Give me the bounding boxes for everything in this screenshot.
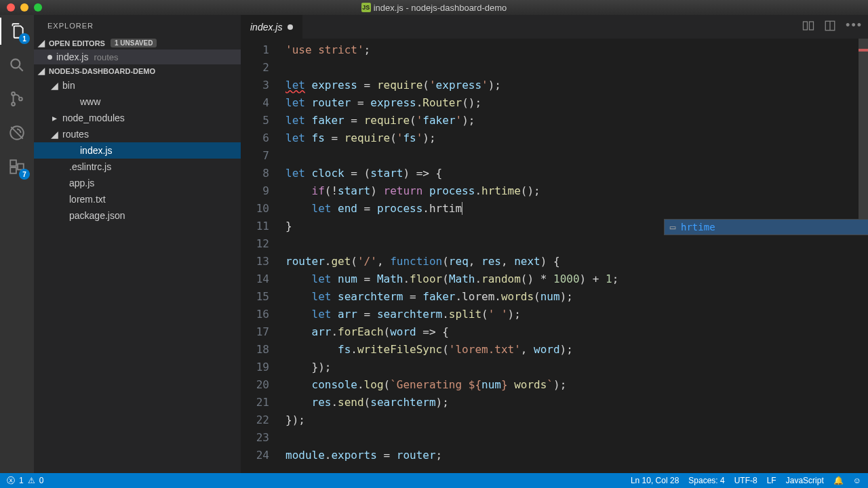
unsaved-badge: 1 UNSAVED [111,39,157,47]
code-editor[interactable]: 123456789101112131415161718192021222324 … [241,39,868,473]
warnings-count[interactable]: 0 [39,476,44,485]
notifications-icon[interactable]: 🔔 [833,476,844,485]
activity-bar: 1 7 [0,15,34,473]
open-editor-item[interactable]: index.js routes [34,49,241,64]
file-tree-item[interactable]: lorem.txt [34,191,241,207]
chevron-down-icon: ◢ [37,38,46,48]
window-title: JS index.js - nodejs-dashboard-demo [0,3,868,13]
open-editors-header[interactable]: ◢ OPEN EDITORS 1 UNSAVED [34,37,241,49]
file-tree-label: .eslintrc.js [69,161,111,172]
status-bar: ⓧ1 ⚠0 Ln 10, Col 28 Spaces: 4 UTF-8 LF J… [0,473,868,488]
suggest-kind-icon: ▭ [665,218,681,236]
feedback-icon[interactable]: ☺ [853,476,861,485]
file-tree-label: package.json [69,210,125,221]
svg-rect-6 [10,167,16,174]
chevron-icon: ▸ [50,113,58,123]
chevron-icon: ◢ [50,80,58,91]
svg-point-1 [12,92,15,96]
suggest-item-label: hrtime [681,218,715,236]
file-tree-item[interactable]: ▸node_modules [34,110,241,126]
debug-icon[interactable] [6,122,28,144]
modified-dot-icon [47,55,52,60]
file-tree-item[interactable]: .eslintrc.js [34,159,241,175]
file-tree-item[interactable]: index.js [34,142,241,159]
editor-tabs: index.js [241,15,868,39]
file-tree-item[interactable]: ◢routes [34,126,241,142]
warnings-icon[interactable]: ⚠ [28,476,35,485]
status-encoding[interactable]: UTF-8 [734,476,757,485]
file-tree-label: node_modules [62,113,125,123]
file-tree-label: app.js [69,178,94,188]
extensions-badge: 7 [19,169,30,180]
svg-point-2 [12,102,15,106]
code-content[interactable]: 'use strict';let express = require('expr… [285,39,868,473]
file-tree-item[interactable]: package.json [34,207,241,224]
file-tree-item[interactable]: app.js [34,175,241,191]
status-spaces[interactable]: Spaces: 4 [688,476,724,485]
more-icon[interactable]: ••• [846,18,863,33]
window-titlebar: JS index.js - nodejs-dashboard-demo [0,0,868,15]
status-lncol[interactable]: Ln 10, Col 28 [631,476,679,485]
source-control-icon[interactable] [6,88,28,110]
svg-rect-5 [10,160,16,166]
file-tree-label: bin [62,80,75,91]
sidebar-title: EXPLORER [34,15,241,37]
explorer-badge: 1 [19,33,30,44]
scrollbar-thumb[interactable] [859,39,868,228]
explorer-icon[interactable]: 1 [6,20,28,42]
file-tree-item[interactable]: www [34,94,241,110]
suggest-widget[interactable]: ▭ hrtime [664,219,868,235]
editor-actions: ••• [802,18,863,33]
chevron-down-icon: ◢ [37,66,46,76]
file-tree-label: lorem.txt [69,194,106,205]
svg-rect-8 [804,22,808,30]
modified-dot-icon [288,24,293,30]
file-tree-label: routes [62,129,89,140]
svg-point-3 [19,98,22,101]
svg-point-0 [11,59,20,68]
sidebar: EXPLORER ◢ OPEN EDITORS 1 UNSAVED index.… [34,15,241,473]
tab-index-js[interactable]: index.js [241,15,302,39]
file-tree-item[interactable]: ◢bin [34,77,241,94]
errors-count[interactable]: 1 [19,476,24,485]
file-js-icon: JS [361,3,371,12]
search-icon[interactable] [6,54,28,76]
extensions-icon[interactable]: 7 [6,156,28,178]
scrollbar[interactable] [859,39,868,472]
project-header[interactable]: ◢ NODEJS-DASHBOARD-DEMO [34,64,241,77]
compare-icon[interactable] [802,20,814,32]
editor-area: index.js ••• 123456789101112131415161718… [241,15,868,473]
file-tree-label: index.js [80,145,112,156]
svg-rect-9 [810,22,814,30]
split-editor-icon[interactable] [824,20,836,32]
chevron-icon: ◢ [50,129,58,140]
file-tree-label: www [80,96,100,107]
errors-icon[interactable]: ⓧ [7,475,15,487]
status-language[interactable]: JavaScript [786,476,824,485]
line-number-gutter: 123456789101112131415161718192021222324 [241,39,285,473]
status-eol[interactable]: LF [767,476,776,485]
